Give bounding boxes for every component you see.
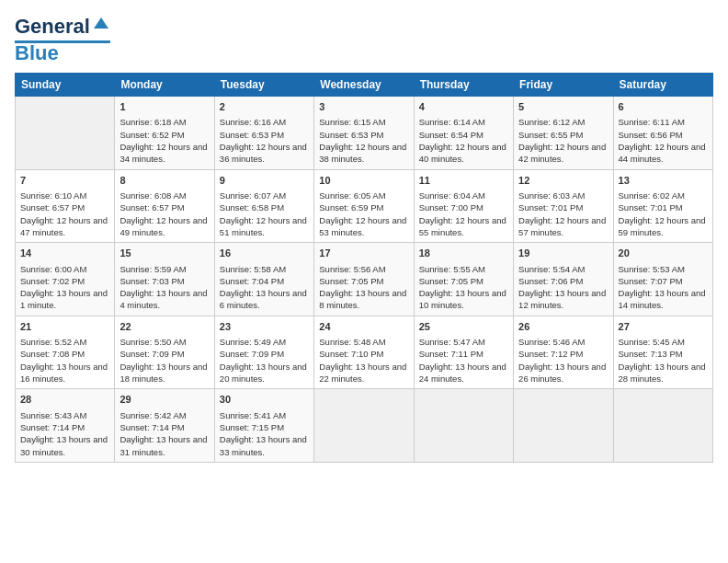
day-number: 2 [220, 100, 309, 114]
sunrise-text: Sunrise: 6:11 AM [619, 116, 708, 128]
sunrise-text: Sunrise: 5:56 AM [319, 263, 408, 275]
day-number: 29 [119, 393, 209, 407]
day-cell [16, 97, 115, 170]
day-cell: 20Sunrise: 5:53 AMSunset: 7:07 PMDayligh… [613, 243, 712, 316]
day-number: 19 [518, 247, 608, 260]
sunrise-text: Sunrise: 5:46 AM [518, 336, 608, 348]
day-cell: 3Sunrise: 6:15 AMSunset: 6:53 PMDaylight… [314, 97, 414, 170]
week-row-3: 14Sunrise: 6:00 AMSunset: 7:02 PMDayligh… [16, 243, 713, 316]
day-cell: 23Sunrise: 5:49 AMSunset: 7:09 PMDayligh… [214, 316, 313, 389]
sunset-text: Sunset: 7:12 PM [518, 348, 608, 360]
day-header-friday: Friday [514, 74, 613, 97]
day-number: 21 [20, 320, 109, 334]
daylight-text: Daylight: 13 hours and 30 minutes. [20, 433, 109, 458]
day-header-sunday: Sunday [16, 74, 115, 97]
sunset-text: Sunset: 7:09 PM [119, 348, 209, 360]
sunset-text: Sunset: 7:09 PM [220, 348, 309, 360]
sunrise-text: Sunrise: 6:08 AM [119, 190, 209, 201]
daylight-text: Daylight: 13 hours and 16 minutes. [20, 361, 109, 385]
day-cell: 16Sunrise: 5:58 AMSunset: 7:04 PMDayligh… [214, 243, 313, 316]
day-number: 20 [619, 247, 708, 260]
daylight-text: Daylight: 12 hours and 57 minutes. [518, 214, 608, 239]
sunrise-text: Sunrise: 6:10 AM [20, 190, 109, 201]
day-cell: 18Sunrise: 5:55 AMSunset: 7:05 PMDayligh… [414, 243, 513, 316]
logo-text-blue: Blue [15, 41, 59, 65]
day-number: 13 [619, 174, 708, 188]
daylight-text: Daylight: 12 hours and 34 minutes. [119, 141, 209, 166]
sunset-text: Sunset: 7:15 PM [220, 421, 309, 433]
daylight-text: Daylight: 13 hours and 18 minutes. [119, 361, 209, 385]
day-number: 1 [119, 100, 209, 114]
day-number: 16 [220, 247, 309, 260]
daylight-text: Daylight: 12 hours and 59 minutes. [619, 214, 708, 239]
sunrise-text: Sunrise: 6:00 AM [20, 263, 109, 275]
day-number: 4 [419, 100, 508, 114]
day-cell: 17Sunrise: 5:56 AMSunset: 7:05 PMDayligh… [314, 243, 414, 316]
daylight-text: Daylight: 12 hours and 44 minutes. [619, 141, 708, 166]
daylight-text: Daylight: 13 hours and 8 minutes. [319, 287, 408, 312]
daylight-text: Daylight: 13 hours and 12 minutes. [518, 287, 608, 312]
page-header: General Blue [15, 15, 713, 65]
sunrise-text: Sunrise: 6:04 AM [419, 190, 508, 201]
sunrise-text: Sunrise: 6:15 AM [319, 116, 408, 128]
daylight-text: Daylight: 12 hours and 49 minutes. [119, 214, 209, 239]
sunset-text: Sunset: 7:11 PM [419, 348, 508, 360]
sunset-text: Sunset: 6:57 PM [119, 201, 209, 213]
sunrise-text: Sunrise: 5:41 AM [220, 409, 309, 421]
day-number: 28 [20, 393, 109, 407]
sunset-text: Sunset: 6:53 PM [319, 129, 408, 141]
sunrise-text: Sunrise: 5:49 AM [220, 336, 309, 348]
day-number: 3 [319, 100, 408, 114]
day-cell: 27Sunrise: 5:45 AMSunset: 7:13 PMDayligh… [613, 316, 712, 389]
sunrise-text: Sunrise: 5:47 AM [419, 336, 508, 348]
sunrise-text: Sunrise: 5:52 AM [20, 336, 109, 348]
day-cell: 29Sunrise: 5:42 AMSunset: 7:14 PMDayligh… [115, 389, 214, 463]
week-row-1: 1Sunrise: 6:18 AMSunset: 6:52 PMDaylight… [16, 97, 713, 170]
day-cell: 12Sunrise: 6:03 AMSunset: 7:01 PMDayligh… [514, 169, 613, 243]
sunset-text: Sunset: 7:04 PM [220, 275, 309, 287]
week-row-5: 28Sunrise: 5:43 AMSunset: 7:14 PMDayligh… [16, 389, 713, 463]
sunset-text: Sunset: 7:02 PM [20, 275, 109, 287]
sunrise-text: Sunrise: 6:05 AM [319, 190, 408, 201]
calendar-table: SundayMondayTuesdayWednesdayThursdayFrid… [15, 73, 713, 463]
day-cell: 6Sunrise: 6:11 AMSunset: 6:56 PMDaylight… [613, 97, 712, 170]
day-number: 8 [119, 174, 209, 188]
sunset-text: Sunset: 6:55 PM [518, 129, 608, 141]
sunrise-text: Sunrise: 5:43 AM [20, 409, 109, 421]
day-number: 17 [319, 247, 408, 260]
sunrise-text: Sunrise: 5:59 AM [119, 263, 209, 275]
daylight-text: Daylight: 13 hours and 33 minutes. [220, 433, 309, 458]
daylight-text: Daylight: 13 hours and 26 minutes. [518, 361, 608, 385]
sunset-text: Sunset: 7:07 PM [619, 275, 708, 287]
sunrise-text: Sunrise: 5:55 AM [419, 263, 508, 275]
daylight-text: Daylight: 13 hours and 1 minute. [20, 287, 109, 312]
sunset-text: Sunset: 6:58 PM [220, 201, 309, 213]
day-header-thursday: Thursday [414, 74, 513, 97]
day-cell: 7Sunrise: 6:10 AMSunset: 6:57 PMDaylight… [16, 169, 115, 243]
sunset-text: Sunset: 6:52 PM [119, 129, 209, 141]
day-cell: 22Sunrise: 5:50 AMSunset: 7:09 PMDayligh… [115, 316, 214, 389]
sunset-text: Sunset: 7:00 PM [419, 201, 508, 213]
daylight-text: Daylight: 12 hours and 47 minutes. [20, 214, 109, 239]
day-cell [314, 389, 414, 463]
day-number: 15 [119, 247, 209, 260]
day-cell: 9Sunrise: 6:07 AMSunset: 6:58 PMDaylight… [214, 169, 313, 243]
sunset-text: Sunset: 7:13 PM [619, 348, 708, 360]
logo: General Blue [15, 15, 110, 65]
daylight-text: Daylight: 13 hours and 20 minutes. [220, 361, 309, 385]
daylight-text: Daylight: 12 hours and 55 minutes. [419, 214, 508, 239]
logo-text-general: General [15, 15, 90, 39]
day-number: 30 [220, 393, 309, 407]
sunset-text: Sunset: 6:57 PM [20, 201, 109, 213]
daylight-text: Daylight: 13 hours and 6 minutes. [220, 287, 309, 312]
sunset-text: Sunset: 7:10 PM [319, 348, 408, 360]
sunset-text: Sunset: 7:01 PM [518, 201, 608, 213]
sunrise-text: Sunrise: 5:54 AM [518, 263, 608, 275]
day-cell: 4Sunrise: 6:14 AMSunset: 6:54 PMDaylight… [414, 97, 513, 170]
sunset-text: Sunset: 7:06 PM [518, 275, 608, 287]
day-number: 24 [319, 320, 408, 334]
day-cell: 24Sunrise: 5:48 AMSunset: 7:10 PMDayligh… [314, 316, 414, 389]
daylight-text: Daylight: 13 hours and 22 minutes. [319, 361, 408, 385]
day-cell: 14Sunrise: 6:00 AMSunset: 7:02 PMDayligh… [16, 243, 115, 316]
day-cell: 2Sunrise: 6:16 AMSunset: 6:53 PMDaylight… [214, 97, 313, 170]
